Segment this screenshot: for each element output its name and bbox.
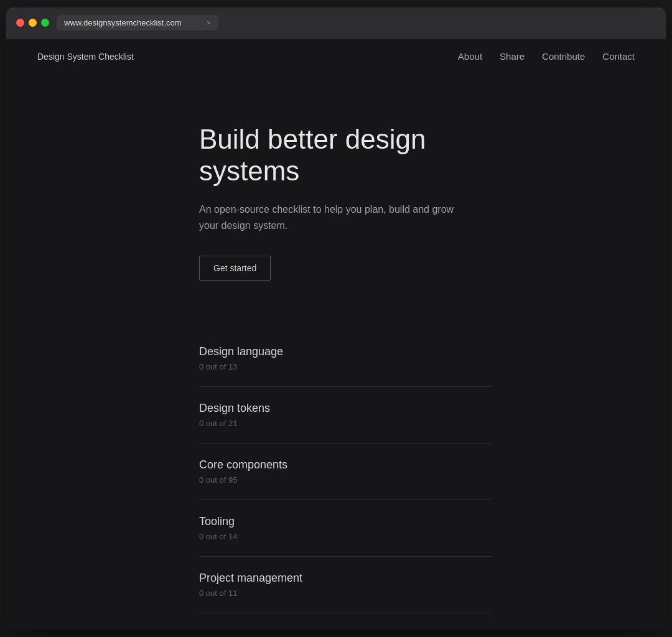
nav-link-share[interactable]: Share — [500, 51, 525, 62]
checklist-item-title: Project management — [199, 572, 492, 585]
checklist-item-title: Core components — [199, 458, 492, 472]
navbar: Design System Checklist About Share Cont… — [6, 39, 666, 74]
hero-section: Build better design systems An open-sour… — [6, 74, 666, 318]
minimize-traffic-light[interactable] — [29, 19, 37, 27]
checklist-item-title: Design language — [199, 345, 492, 358]
nav-logo: Design System Checklist — [37, 52, 134, 62]
checklist-item-tooling[interactable]: Tooling 0 out of 14 — [199, 500, 492, 557]
checklist-section: Design language 0 out of 13 Design token… — [6, 318, 666, 630]
checklist-item-design-tokens[interactable]: Design tokens 0 out of 21 — [199, 387, 492, 444]
checklist-item-count: 0 out of 21 — [199, 419, 492, 428]
close-traffic-light[interactable] — [16, 19, 24, 27]
address-bar[interactable]: www.designsystemchecklist.com × — [57, 15, 218, 30]
nav-link-contact[interactable]: Contact — [602, 51, 635, 62]
nav-links: About Share Contribute Contact — [458, 51, 635, 62]
traffic-lights — [16, 19, 49, 27]
nav-link-contribute[interactable]: Contribute — [542, 51, 585, 62]
close-tab-button[interactable]: × — [207, 19, 211, 27]
checklist-item-count: 0 out of 13 — [199, 362, 492, 371]
hero-title: Build better design systems — [199, 124, 498, 187]
browser-window: www.designsystemchecklist.com × Design S… — [6, 7, 666, 630]
nav-link-about[interactable]: About — [458, 51, 482, 62]
fullscreen-traffic-light[interactable] — [41, 19, 49, 27]
checklist-item-design-language[interactable]: Design language 0 out of 13 — [199, 330, 492, 387]
browser-chrome: www.designsystemchecklist.com × — [6, 7, 666, 39]
url-text: www.designsystemchecklist.com — [64, 18, 182, 27]
get-started-button[interactable]: Get started — [199, 256, 271, 281]
checklist-item-count: 0 out of 95 — [199, 475, 492, 485]
checklist-item-title: Design tokens — [199, 402, 492, 415]
checklist-item-title: Tooling — [199, 515, 492, 528]
checklist-item-project-management[interactable]: Project management 0 out of 11 — [199, 557, 492, 613]
checklist-item-core-components[interactable]: Core components 0 out of 95 — [199, 444, 492, 500]
page-content: Design System Checklist About Share Cont… — [6, 39, 666, 630]
hero-subtitle: An open-source checklist to help you pla… — [199, 202, 460, 233]
checklist-item-count: 0 out of 11 — [199, 588, 492, 598]
checklist-item-count: 0 out of 14 — [199, 532, 492, 541]
